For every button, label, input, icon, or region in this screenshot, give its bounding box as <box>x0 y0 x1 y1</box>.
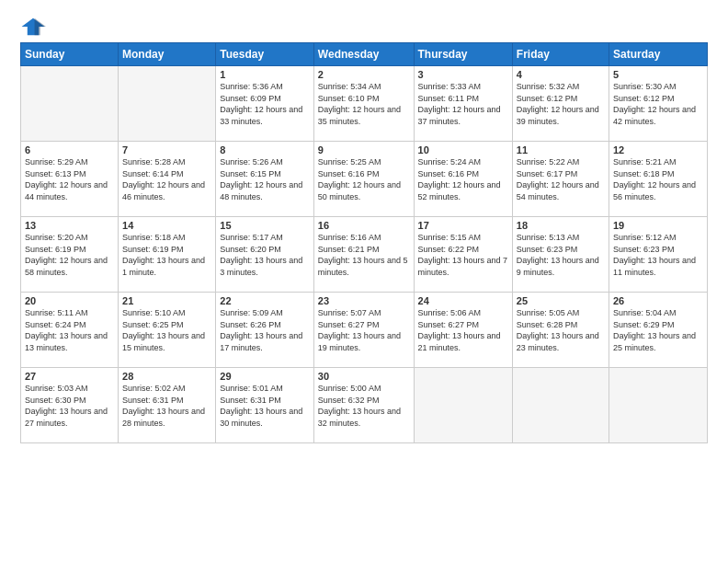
calendar-weekday-tuesday: Tuesday <box>216 43 314 66</box>
calendar-cell: 20Sunrise: 5:11 AMSunset: 6:24 PMDayligh… <box>21 293 119 368</box>
calendar-cell <box>414 368 512 443</box>
calendar-cell: 14Sunrise: 5:18 AMSunset: 6:19 PMDayligh… <box>119 217 216 293</box>
day-info: Sunrise: 5:07 AMSunset: 6:27 PMDaylight:… <box>318 307 410 353</box>
day-number: 22 <box>220 295 310 306</box>
calendar-weekday-wednesday: Wednesday <box>313 43 414 66</box>
calendar-week-row: 20Sunrise: 5:11 AMSunset: 6:24 PMDayligh… <box>21 293 708 368</box>
day-info: Sunrise: 5:11 AMSunset: 6:24 PMDaylight:… <box>25 307 114 353</box>
day-number: 26 <box>613 295 703 306</box>
calendar-weekday-monday: Monday <box>119 43 216 66</box>
day-info: Sunrise: 5:05 AMSunset: 6:28 PMDaylight:… <box>517 307 605 353</box>
day-info: Sunrise: 5:33 AMSunset: 6:11 PMDaylight:… <box>418 81 508 127</box>
day-info: Sunrise: 5:25 AMSunset: 6:16 PMDaylight:… <box>318 156 410 202</box>
day-info: Sunrise: 5:21 AMSunset: 6:18 PMDaylight:… <box>613 156 703 202</box>
calendar-cell: 9Sunrise: 5:25 AMSunset: 6:16 PMDaylight… <box>313 142 414 217</box>
calendar-cell <box>512 368 609 443</box>
day-number: 16 <box>318 220 410 231</box>
day-info: Sunrise: 5:06 AMSunset: 6:27 PMDaylight:… <box>418 307 508 353</box>
calendar-cell: 5Sunrise: 5:30 AMSunset: 6:12 PMDaylight… <box>609 66 708 142</box>
calendar-cell: 10Sunrise: 5:24 AMSunset: 6:16 PMDayligh… <box>414 142 512 217</box>
day-number: 4 <box>517 69 605 80</box>
day-info: Sunrise: 5:16 AMSunset: 6:21 PMDaylight:… <box>318 232 410 278</box>
calendar-cell: 6Sunrise: 5:29 AMSunset: 6:13 PMDaylight… <box>21 142 119 217</box>
day-number: 23 <box>318 295 410 306</box>
day-info: Sunrise: 5:32 AMSunset: 6:12 PMDaylight:… <box>517 81 605 127</box>
calendar-week-row: 13Sunrise: 5:20 AMSunset: 6:19 PMDayligh… <box>21 217 708 293</box>
calendar-cell: 8Sunrise: 5:26 AMSunset: 6:15 PMDaylight… <box>216 142 314 217</box>
calendar-cell: 27Sunrise: 5:03 AMSunset: 6:30 PMDayligh… <box>21 368 119 443</box>
day-number: 6 <box>25 144 114 155</box>
page: SundayMondayTuesdayWednesdayThursdayFrid… <box>0 0 728 563</box>
day-number: 12 <box>613 144 703 155</box>
day-info: Sunrise: 5:22 AMSunset: 6:17 PMDaylight:… <box>517 156 605 202</box>
day-number: 29 <box>220 371 310 382</box>
day-number: 27 <box>25 371 114 382</box>
day-number: 30 <box>318 371 410 382</box>
day-number: 15 <box>220 220 310 231</box>
day-info: Sunrise: 5:10 AMSunset: 6:25 PMDaylight:… <box>122 307 211 353</box>
day-number: 11 <box>517 144 605 155</box>
day-number: 9 <box>318 144 410 155</box>
logo <box>20 17 50 37</box>
day-info: Sunrise: 5:01 AMSunset: 6:31 PMDaylight:… <box>220 383 310 429</box>
calendar-cell: 23Sunrise: 5:07 AMSunset: 6:27 PMDayligh… <box>313 293 414 368</box>
day-number: 1 <box>220 69 310 80</box>
calendar-cell <box>609 368 708 443</box>
calendar-cell: 21Sunrise: 5:10 AMSunset: 6:25 PMDayligh… <box>119 293 216 368</box>
day-number: 25 <box>517 295 605 306</box>
day-number: 5 <box>613 69 703 80</box>
calendar-cell: 25Sunrise: 5:05 AMSunset: 6:28 PMDayligh… <box>512 293 609 368</box>
day-info: Sunrise: 5:15 AMSunset: 6:22 PMDaylight:… <box>418 232 508 278</box>
day-number: 10 <box>418 144 508 155</box>
day-info: Sunrise: 5:29 AMSunset: 6:13 PMDaylight:… <box>25 156 114 202</box>
calendar-weekday-saturday: Saturday <box>609 43 708 66</box>
calendar-cell <box>21 66 119 142</box>
calendar-week-row: 1Sunrise: 5:36 AMSunset: 6:09 PMDaylight… <box>21 66 708 142</box>
day-info: Sunrise: 5:17 AMSunset: 6:20 PMDaylight:… <box>220 232 310 278</box>
calendar-cell: 15Sunrise: 5:17 AMSunset: 6:20 PMDayligh… <box>216 217 314 293</box>
calendar-header-row: SundayMondayTuesdayWednesdayThursdayFrid… <box>21 43 708 66</box>
day-number: 3 <box>418 69 508 80</box>
calendar-cell: 19Sunrise: 5:12 AMSunset: 6:23 PMDayligh… <box>609 217 708 293</box>
day-info: Sunrise: 5:36 AMSunset: 6:09 PMDaylight:… <box>220 81 310 127</box>
calendar-cell: 26Sunrise: 5:04 AMSunset: 6:29 PMDayligh… <box>609 293 708 368</box>
calendar-table: SundayMondayTuesdayWednesdayThursdayFrid… <box>20 42 708 443</box>
day-info: Sunrise: 5:02 AMSunset: 6:31 PMDaylight:… <box>122 383 211 429</box>
calendar-cell: 2Sunrise: 5:34 AMSunset: 6:10 PMDaylight… <box>313 66 414 142</box>
day-number: 14 <box>122 220 211 231</box>
day-number: 2 <box>318 69 410 80</box>
calendar-cell: 30Sunrise: 5:00 AMSunset: 6:32 PMDayligh… <box>313 368 414 443</box>
calendar-cell: 11Sunrise: 5:22 AMSunset: 6:17 PMDayligh… <box>512 142 609 217</box>
day-number: 19 <box>613 220 703 231</box>
day-number: 20 <box>25 295 114 306</box>
day-info: Sunrise: 5:30 AMSunset: 6:12 PMDaylight:… <box>613 81 703 127</box>
calendar-cell: 17Sunrise: 5:15 AMSunset: 6:22 PMDayligh… <box>414 217 512 293</box>
day-number: 21 <box>122 295 211 306</box>
day-info: Sunrise: 5:20 AMSunset: 6:19 PMDaylight:… <box>25 232 114 278</box>
day-info: Sunrise: 5:26 AMSunset: 6:15 PMDaylight:… <box>220 156 310 202</box>
calendar-cell: 16Sunrise: 5:16 AMSunset: 6:21 PMDayligh… <box>313 217 414 293</box>
calendar-cell: 18Sunrise: 5:13 AMSunset: 6:23 PMDayligh… <box>512 217 609 293</box>
day-info: Sunrise: 5:24 AMSunset: 6:16 PMDaylight:… <box>418 156 508 202</box>
day-number: 24 <box>418 295 508 306</box>
day-info: Sunrise: 5:28 AMSunset: 6:14 PMDaylight:… <box>122 156 211 202</box>
day-number: 28 <box>122 371 211 382</box>
calendar-weekday-sunday: Sunday <box>21 43 119 66</box>
calendar-cell: 3Sunrise: 5:33 AMSunset: 6:11 PMDaylight… <box>414 66 512 142</box>
day-info: Sunrise: 5:09 AMSunset: 6:26 PMDaylight:… <box>220 307 310 353</box>
day-info: Sunrise: 5:00 AMSunset: 6:32 PMDaylight:… <box>318 383 410 429</box>
logo-icon <box>20 17 46 37</box>
calendar-weekday-thursday: Thursday <box>414 43 512 66</box>
calendar-cell: 12Sunrise: 5:21 AMSunset: 6:18 PMDayligh… <box>609 142 708 217</box>
day-info: Sunrise: 5:04 AMSunset: 6:29 PMDaylight:… <box>613 307 703 353</box>
calendar-cell: 24Sunrise: 5:06 AMSunset: 6:27 PMDayligh… <box>414 293 512 368</box>
calendar-cell <box>119 66 216 142</box>
day-info: Sunrise: 5:12 AMSunset: 6:23 PMDaylight:… <box>613 232 703 278</box>
day-number: 13 <box>25 220 114 231</box>
day-number: 7 <box>122 144 211 155</box>
day-number: 17 <box>418 220 508 231</box>
day-number: 18 <box>517 220 605 231</box>
day-info: Sunrise: 5:13 AMSunset: 6:23 PMDaylight:… <box>517 232 605 278</box>
calendar-cell: 29Sunrise: 5:01 AMSunset: 6:31 PMDayligh… <box>216 368 314 443</box>
day-number: 8 <box>220 144 310 155</box>
